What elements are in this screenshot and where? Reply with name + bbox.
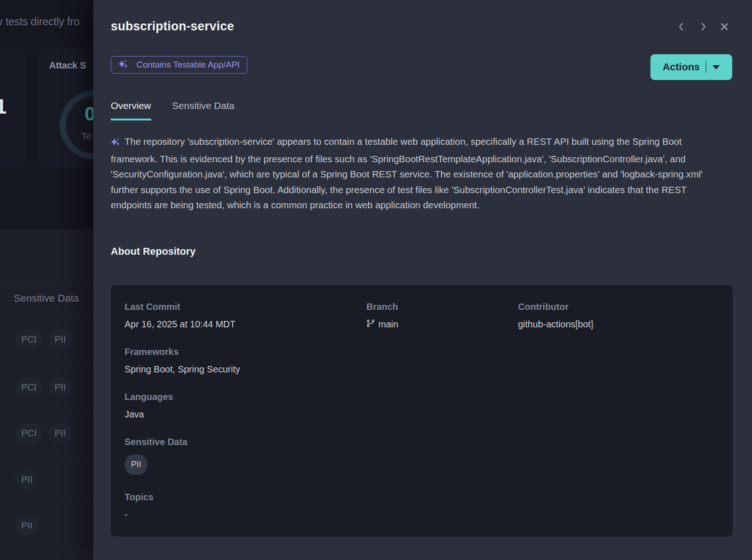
branch-value: main <box>366 319 518 330</box>
drawer-title: subscription-service <box>111 19 234 34</box>
actions-button[interactable]: Actions <box>650 54 732 80</box>
ai-summary-paragraph: The repository 'subscription-service' ap… <box>111 134 713 213</box>
repositories-table: Sensitive Data PCI PII PCI PII PCI PII P… <box>0 230 93 560</box>
actions-button-divider <box>706 61 706 73</box>
backdrop-heading-text: y tests directly fro <box>0 16 80 28</box>
pii-badge: PII <box>125 454 148 475</box>
chevron-right-icon <box>698 21 709 34</box>
sensitive-data-field: Sensitive Data PII <box>125 437 719 475</box>
repository-detail-drawer: subscription-service Contains Testable A… <box>93 0 752 560</box>
gauge-label: Te <box>81 131 91 142</box>
divider <box>0 230 93 230</box>
attack-surface-card-title: Attack S <box>49 60 86 71</box>
topics-value: - <box>125 509 719 520</box>
drawer-tabs: Overview Sensitive Data <box>111 98 234 120</box>
frameworks-field: Frameworks Spring Boot, Spring Security <box>125 347 719 375</box>
about-repository-heading: About Repository <box>111 246 196 257</box>
next-button[interactable] <box>697 22 709 34</box>
about-repository-card: Last Commit Apr 16, 2025 at 10:44 MDT Br… <box>111 285 733 537</box>
frameworks-value: Spring Boot, Spring Security <box>125 364 719 375</box>
table-row: PCI PII <box>0 410 93 456</box>
table-row: PII <box>0 503 93 549</box>
caret-down-icon <box>712 65 720 69</box>
tab-sensitive-data[interactable]: Sensitive Data <box>172 98 234 120</box>
backdrop-metric-card: 1 <box>0 47 26 168</box>
pii-badge: PII <box>49 377 72 397</box>
branch-field: Branch main <box>366 302 518 330</box>
metric-value: 1 <box>0 95 6 118</box>
pci-badge: PCI <box>15 423 43 443</box>
frameworks-label: Frameworks <box>125 347 719 357</box>
table-row: PCI PII <box>0 316 93 362</box>
close-button[interactable] <box>718 22 730 34</box>
pii-badge: PII <box>15 469 39 490</box>
chevron-left-icon <box>676 21 687 34</box>
sparkle-ai-icon <box>118 59 128 71</box>
tab-overview[interactable]: Overview <box>111 98 151 120</box>
branch-label: Branch <box>366 302 518 312</box>
last-commit-label: Last Commit <box>125 302 366 312</box>
git-branch-icon <box>366 319 375 330</box>
table-row: PII <box>0 457 93 503</box>
gauge-value: 0 <box>85 103 93 125</box>
sensitive-data-label: Sensitive Data <box>125 437 719 447</box>
pci-badge: PCI <box>15 329 43 349</box>
pii-badge: PII <box>49 329 72 349</box>
close-icon <box>719 21 730 34</box>
table-row: PCI PII <box>0 364 93 410</box>
sparkle-ai-icon <box>111 136 120 151</box>
pci-badge: PCI <box>15 377 43 397</box>
branch-name: main <box>378 319 398 330</box>
topics-label: Topics <box>125 492 719 503</box>
repo-meta-row: Last Commit Apr 16, 2025 at 10:44 MDT Br… <box>125 302 719 330</box>
actions-button-label: Actions <box>663 61 700 73</box>
contributor-label: Contributor <box>518 302 719 312</box>
divider <box>0 281 93 282</box>
pii-badge: PII <box>15 515 39 536</box>
backdrop-page: y tests directly fro 1 Attack S 0 Te Sen… <box>0 0 93 560</box>
previous-button[interactable] <box>675 22 687 34</box>
contributor-value: github-actions[bot] <box>518 319 719 330</box>
testable-app-chip[interactable]: Contains Testable App/API <box>111 56 247 74</box>
pii-badge: PII <box>49 423 72 443</box>
topics-field: Topics - <box>125 492 719 520</box>
last-commit-field: Last Commit Apr 16, 2025 at 10:44 MDT <box>125 302 366 330</box>
sensitive-data-column-header: Sensitive Data <box>14 292 79 304</box>
divider <box>0 550 93 550</box>
languages-field: Languages Java <box>125 392 719 420</box>
languages-label: Languages <box>125 392 719 402</box>
testable-app-chip-label: Contains Testable App/API <box>137 60 240 70</box>
contributor-field: Contributor github-actions[bot] <box>518 302 719 330</box>
ai-summary-text: The repository 'subscription-service' ap… <box>111 136 703 210</box>
languages-value: Java <box>125 409 719 420</box>
last-commit-value: Apr 16, 2025 at 10:44 MDT <box>125 319 366 330</box>
